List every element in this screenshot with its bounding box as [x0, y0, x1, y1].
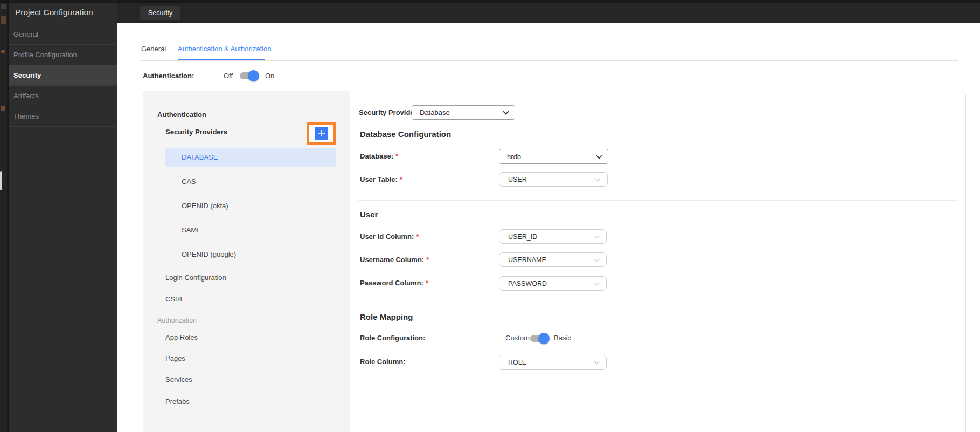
required-asterisk: * — [426, 279, 428, 287]
nav-security-providers-header: Security Providers — [165, 128, 227, 136]
role-column-label: Role Column: — [360, 358, 406, 366]
active-tab-underline — [178, 59, 265, 60]
sidebar-item-general[interactable]: General — [9, 24, 117, 44]
chevron-down-icon — [594, 280, 600, 285]
tab-authentication-authorization[interactable]: Authentication & Authorization — [178, 45, 271, 53]
nav-services[interactable]: Services — [165, 370, 192, 389]
role-configuration-label: Role Configuration: — [360, 334, 425, 342]
role-configuration-toggle[interactable] — [530, 335, 549, 342]
sidebar-title: Project Configuration — [9, 0, 117, 24]
rail-partial-icon — [1, 4, 6, 9]
sidebar-item-security[interactable]: Security — [9, 65, 117, 85]
authentication-toggle[interactable] — [240, 72, 259, 79]
required-asterisk: * — [416, 232, 419, 241]
nav-section-authentication: Authentication — [157, 111, 206, 119]
nav-csrf[interactable]: CSRF — [165, 290, 184, 308]
role-mapping-heading: Role Mapping — [360, 312, 413, 322]
security-provider-label: Security Provider — [359, 108, 417, 116]
chevron-down-icon — [594, 233, 600, 238]
required-asterisk: * — [395, 152, 398, 160]
password-column-value: PASSWORD — [508, 280, 547, 287]
section-divider — [358, 299, 958, 299]
sidebar-item-profile-configuration[interactable]: Profile Configuration — [9, 44, 117, 65]
sidebar-item-themes[interactable]: Themes — [9, 106, 117, 126]
rail-scrollbar[interactable] — [0, 171, 2, 190]
user-table-select[interactable]: USER — [499, 172, 608, 187]
chevron-down-icon — [594, 359, 600, 365]
nav-provider-openid-okta[interactable]: OPENID (okta) — [182, 196, 228, 215]
topbar: Security — [117, 0, 980, 23]
tab-general[interactable]: General — [141, 45, 166, 53]
username-column-value: USERNAME — [508, 256, 546, 264]
nav-provider-openid-google[interactable]: OPENID (google) — [182, 245, 236, 264]
project-config-sidebar: Project Configuration General Profile Co… — [9, 0, 117, 432]
toggle-off-label: Off — [224, 72, 233, 80]
left-icon-rail — [0, 0, 9, 432]
required-asterisk: * — [426, 256, 429, 264]
nav-provider-cas[interactable]: CAS — [182, 172, 196, 191]
chevron-down-icon — [594, 256, 600, 262]
user-id-column-value: USER_ID — [508, 233, 537, 241]
authentication-toggle-label: Authentication: — [143, 72, 194, 80]
database-select[interactable]: hrdb — [499, 149, 608, 164]
sidebar-item-artifacts[interactable]: Artifacts — [9, 85, 117, 106]
topbar-tab-security[interactable]: Security — [140, 6, 180, 20]
user-id-column-label: User Id Column:* — [360, 232, 419, 241]
role-column-select[interactable]: ROLE — [499, 355, 607, 370]
password-column-select[interactable]: PASSWORD — [499, 276, 607, 291]
required-asterisk: * — [400, 175, 402, 183]
security-provider-value: Database — [420, 108, 450, 116]
password-column-label: Password Column:* — [360, 279, 428, 287]
nav-provider-saml[interactable]: SAML — [182, 221, 200, 239]
plus-icon — [318, 129, 325, 137]
user-table-label: User Table:* — [360, 175, 402, 183]
window-top-edge — [0, 0, 980, 3]
security-provider-select[interactable]: Database — [412, 105, 515, 120]
nav-app-roles[interactable]: App Roles — [165, 328, 198, 347]
user-table-value: USER — [508, 176, 527, 183]
database-configuration-heading: Database Configuration — [360, 129, 451, 139]
toggle-thumb — [248, 70, 259, 81]
toggle-thumb — [538, 333, 550, 344]
nav-login-configuration[interactable]: Login Configuration — [165, 268, 226, 287]
toggle-on-label: On — [265, 72, 274, 80]
auth-settings-card: Authentication Security Providers DATABA… — [143, 91, 966, 432]
chevron-down-icon — [595, 176, 601, 181]
rail-partial-icon — [1, 16, 6, 24]
security-content: General Authentication & Authorization A… — [117, 23, 980, 432]
chevron-down-icon — [596, 153, 602, 159]
chevron-down-icon — [503, 108, 509, 114]
user-id-column-select[interactable]: USER_ID — [499, 229, 607, 244]
app-root: Project Configuration General Profile Co… — [0, 0, 980, 432]
database-value: hrdb — [507, 153, 521, 161]
authentication-nav-panel: Authentication Security Providers DATABA… — [143, 91, 350, 432]
role-basic-label: Basic — [554, 334, 571, 342]
user-heading: User — [360, 210, 378, 220]
add-security-provider-button[interactable] — [315, 127, 328, 140]
role-column-value: ROLE — [508, 359, 526, 366]
tabs-divider — [141, 60, 958, 61]
sidebar-item-list: General Profile Configuration Security A… — [9, 24, 117, 127]
username-column-label: Username Column:* — [360, 256, 429, 264]
rail-partial-icon — [1, 50, 5, 53]
database-label: Database:* — [360, 152, 398, 160]
nav-pages[interactable]: Pages — [165, 349, 185, 368]
add-provider-highlight — [307, 122, 336, 145]
nav-provider-database[interactable]: DATABASE — [165, 148, 336, 167]
nav-section-authorization: Authorization — [157, 317, 197, 325]
section-divider — [358, 200, 958, 201]
nav-prefabs[interactable]: Prefabs — [165, 392, 190, 411]
role-custom-label: Custom — [505, 334, 530, 342]
username-column-select[interactable]: USERNAME — [499, 252, 607, 267]
rail-partial-icon — [1, 106, 5, 111]
